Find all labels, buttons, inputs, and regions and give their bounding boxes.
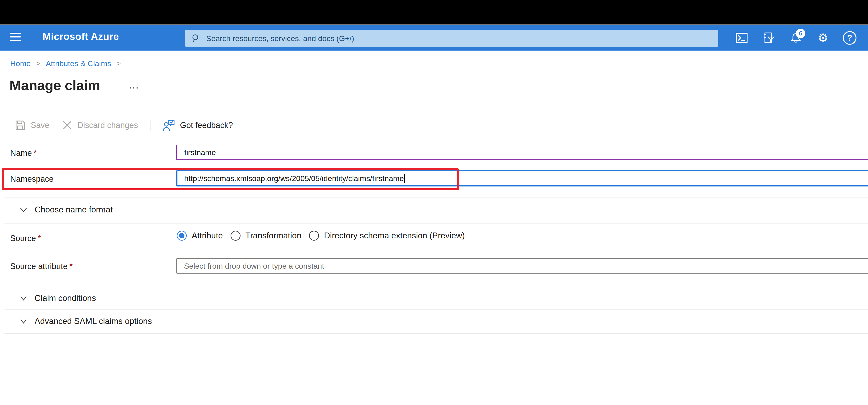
- breadcrumb-separator: >: [116, 59, 121, 68]
- save-button[interactable]: Save: [15, 120, 49, 131]
- terminal-icon: [736, 33, 748, 43]
- discard-changes-label: Discard changes: [77, 121, 138, 130]
- search-icon: [191, 34, 201, 43]
- name-field-label: Name*: [10, 148, 37, 158]
- choose-name-format-expander[interactable]: Choose name format: [19, 205, 113, 214]
- notification-count-badge: 6: [796, 29, 805, 38]
- got-feedback-button[interactable]: Got feedback?: [163, 120, 233, 131]
- cloud-shell-button[interactable]: [731, 25, 752, 50]
- radio-directory-schema-extension[interactable]: [309, 231, 319, 241]
- claim-conditions-label: Claim conditions: [35, 294, 96, 303]
- got-feedback-label: Got feedback?: [180, 121, 233, 130]
- notifications-button[interactable]: 6: [785, 25, 807, 50]
- gear-icon: ⚙: [818, 32, 829, 44]
- divider: [4, 198, 868, 198]
- discard-changes-button[interactable]: Discard changes: [62, 120, 138, 131]
- global-search-box[interactable]: [185, 30, 718, 47]
- directory-filter-icon: [763, 32, 775, 44]
- radio-directory-schema-extension-label[interactable]: Directory schema extension (Preview): [324, 231, 465, 240]
- breadcrumb-home-link[interactable]: Home: [10, 59, 31, 68]
- settings-button[interactable]: ⚙: [812, 25, 834, 50]
- divider: [4, 223, 868, 224]
- breadcrumb: Home > Attributes & Claims >: [10, 59, 126, 68]
- breadcrumb-separator: >: [36, 59, 40, 68]
- brand-title[interactable]: Microsoft Azure: [42, 31, 119, 42]
- text-cursor: [404, 174, 405, 183]
- required-asterisk: *: [38, 234, 41, 243]
- command-bar: Save Discard changes Got feedb: [15, 117, 233, 133]
- source-attribute-input[interactable]: Select from drop down or type a constant: [176, 258, 868, 274]
- radio-transformation-label[interactable]: Transformation: [246, 231, 301, 240]
- divider: [4, 309, 868, 309]
- divider: [4, 333, 868, 334]
- help-icon: ?: [843, 31, 857, 45]
- source-radio-group: Attribute Transformation Directory schem…: [177, 231, 472, 241]
- claim-conditions-expander[interactable]: Claim conditions: [19, 294, 96, 303]
- divider: [4, 138, 868, 138]
- top-nav-bar: Microsoft Azure: [0, 25, 868, 50]
- save-label: Save: [31, 121, 49, 130]
- page-title: Manage claim: [9, 77, 100, 93]
- feedback-person-icon: [163, 120, 175, 131]
- toolbar-divider: [151, 120, 151, 131]
- source-field-label: Source*: [10, 234, 41, 243]
- chevron-down-icon: [19, 294, 28, 303]
- chevron-down-icon: [19, 205, 28, 214]
- title-more-button[interactable]: ...: [129, 79, 139, 91]
- hamburger-menu-button[interactable]: [10, 33, 21, 43]
- radio-attribute-label[interactable]: Attribute: [192, 231, 223, 240]
- divider: [4, 284, 868, 284]
- radio-attribute[interactable]: [177, 231, 187, 241]
- name-input[interactable]: firstname: [176, 145, 868, 160]
- save-icon: [15, 120, 26, 131]
- source-attribute-field-label: Source attribute*: [10, 262, 72, 271]
- required-asterisk: *: [34, 148, 37, 158]
- choose-name-format-label: Choose name format: [35, 205, 113, 214]
- help-button[interactable]: ?: [839, 25, 861, 50]
- browser-chrome-strip: [0, 0, 868, 24]
- breadcrumb-attributes-claims-link[interactable]: Attributes & Claims: [46, 59, 111, 68]
- required-asterisk: *: [69, 262, 72, 271]
- chevron-down-icon: [19, 317, 28, 326]
- close-icon: [62, 120, 72, 131]
- advanced-saml-options-expander[interactable]: Advanced SAML claims options: [19, 316, 152, 326]
- azure-portal-screen: Microsoft Azure: [0, 0, 868, 405]
- subscription-filter-button[interactable]: [758, 25, 780, 50]
- search-input[interactable]: [206, 34, 704, 43]
- namespace-input[interactable]: http://schemas.xmlsoap.org/ws/2005/05/id…: [176, 170, 868, 187]
- namespace-field-label: Namespace: [10, 174, 54, 183]
- advanced-saml-options-label: Advanced SAML claims options: [35, 316, 152, 326]
- radio-transformation[interactable]: [230, 231, 241, 241]
